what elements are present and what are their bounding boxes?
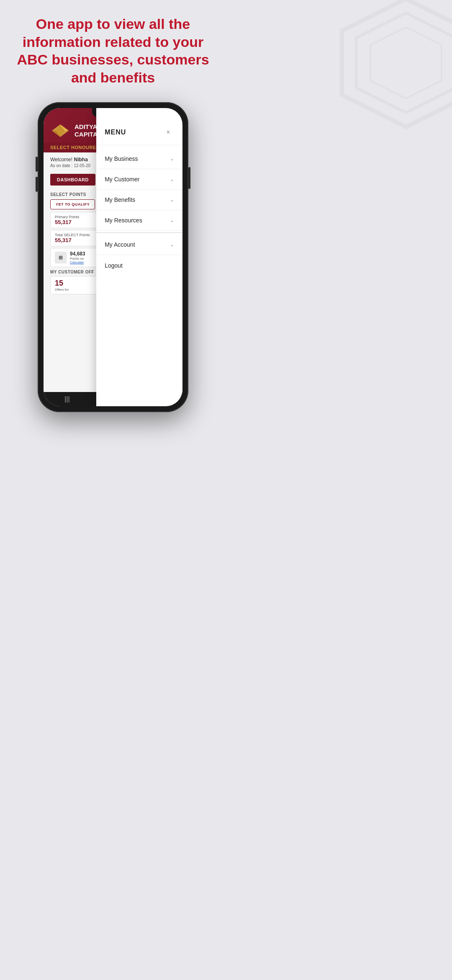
phone-screen: ADITYA CAPITAL SELECT HONOURED Welcome! … — [44, 108, 182, 406]
select-banner-text: SELECT HONOURED — [50, 145, 100, 150]
calculator-icon: ⊞ — [55, 252, 67, 263]
menu-item-my-business[interactable]: My Business ⌄ — [96, 149, 182, 169]
qualify-badge-text: YET TO QUALIFY — [56, 202, 90, 206]
menu-item-label-my-customer: My Customer — [105, 176, 139, 183]
hero-section: One app to view all the information rela… — [0, 0, 226, 98]
qualify-badge: YET TO QUALIFY — [50, 199, 95, 209]
menu-items-list: My Business ⌄ My Customer ⌄ My Benefits … — [96, 145, 182, 406]
menu-close-button[interactable]: × — [162, 126, 174, 138]
chevron-down-icon-benefits: ⌄ — [170, 197, 174, 203]
logo-box — [50, 123, 70, 138]
menu-item-my-account[interactable]: My Account ⌄ — [96, 235, 182, 255]
dashboard-button[interactable]: DASHBOARD — [50, 174, 95, 186]
phone-frame: ADITYA CAPITAL SELECT HONOURED Welcome! … — [38, 102, 188, 412]
menu-item-label-my-resources: My Resources — [105, 217, 142, 224]
menu-item-label-my-benefits: My Benefits — [105, 196, 135, 203]
menu-item-logout[interactable]: Logout — [96, 255, 182, 276]
menu-item-my-benefits[interactable]: My Benefits ⌄ — [96, 190, 182, 210]
nav-back-icon[interactable]: ||| — [64, 395, 69, 403]
phone-wrapper: ADITYA CAPITAL SELECT HONOURED Welcome! … — [0, 98, 226, 425]
logo-diamond — [51, 124, 69, 138]
hero-text: One app to view all the information rela… — [17, 15, 209, 86]
menu-logout-label: Logout — [105, 262, 123, 269]
menu-divider — [96, 232, 182, 233]
menu-item-label-my-account: My Account — [105, 241, 135, 248]
chevron-down-icon-business: ⌄ — [170, 156, 174, 162]
chevron-down-icon-customer: ⌄ — [170, 176, 174, 182]
menu-item-label-my-business: My Business — [105, 155, 138, 162]
chevron-down-icon-resources: ⌄ — [170, 217, 174, 223]
menu-overlay: MENU × My Business ⌄ My Customer ⌄ — [96, 108, 182, 406]
svg-marker-4 — [56, 124, 64, 137]
menu-item-my-resources[interactable]: My Resources ⌄ — [96, 210, 182, 231]
chevron-down-icon-account: ⌄ — [170, 242, 174, 248]
menu-header: MENU × — [96, 108, 182, 145]
menu-item-my-customer[interactable]: My Customer ⌄ — [96, 169, 182, 190]
menu-title: MENU — [105, 129, 126, 136]
